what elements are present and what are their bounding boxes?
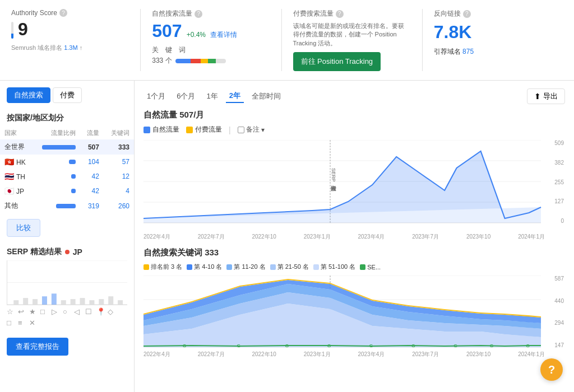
traffic-bar (71, 189, 76, 193)
referring-row: 引荐域名 875 (434, 47, 552, 57)
serp-icon-pin[interactable]: 📍 (96, 307, 105, 316)
svg-text:G: G (237, 343, 241, 348)
organic-detail-link[interactable]: 查看详情 (210, 30, 237, 40)
authority-info-icon[interactable]: ? (59, 9, 67, 17)
serp-country-dot (65, 250, 70, 254)
serp-icon-checkbox[interactable]: ☐ (85, 307, 94, 316)
table-row[interactable]: 🇭🇰HK 104 57 (0, 155, 134, 169)
serp-icon-star-empty[interactable]: ☆ (7, 307, 16, 316)
traffic-bar (56, 204, 76, 208)
serp-icon-back[interactable]: ◁ (74, 307, 83, 316)
21-50-dot (270, 264, 276, 270)
referring-value[interactable]: 875 (462, 48, 474, 55)
serp-icon-close[interactable]: ✕ (29, 319, 38, 328)
kw-legend-21-50[interactable]: 第 21-50 名 (270, 263, 309, 271)
serp-icon-box[interactable]: □ (7, 319, 16, 328)
traffic-chart-title: 自然流量 507/月 (144, 110, 565, 120)
help-button[interactable]: ? (540, 358, 563, 381)
time-2y[interactable]: 2年 (226, 90, 244, 103)
search-tabs: 自然搜索 付费 (0, 87, 134, 109)
traffic-value: 507 (80, 139, 104, 155)
keywords-chart-title: 自然搜索关键词 333 (144, 248, 565, 258)
svg-rect-4 (23, 298, 28, 305)
view-report-btn[interactable]: 查看完整报告 (7, 338, 68, 356)
kw-legend-11-20[interactable]: 第 11-20 名 (226, 263, 265, 271)
col-country: 国家 (0, 127, 33, 139)
svg-rect-6 (42, 296, 47, 305)
legend-paid[interactable]: 付费流量 (186, 125, 222, 134)
kw-legend-4-10[interactable]: 第 4-10 名 (187, 263, 222, 271)
keywords-chart-svg: G G G G G G G G G (144, 276, 565, 348)
kw-legend-top3[interactable]: 排名前 3 名 (144, 263, 182, 271)
kw-legend-se[interactable]: SE... (360, 264, 381, 270)
svg-rect-8 (61, 300, 66, 305)
serp-chart (7, 260, 127, 305)
legend-organic[interactable]: 自然流量 (144, 125, 179, 134)
col-pct: 流量比例 (33, 127, 80, 139)
export-icon: ⬆ (534, 92, 541, 101)
svg-text:G: G (327, 343, 331, 348)
traffic-value: 104 (80, 155, 104, 169)
svg-text:G: G (285, 343, 289, 348)
position-tracking-btn[interactable]: 前往 Position Tracking (293, 52, 381, 71)
table-row[interactable]: 全世界 507 333 (0, 139, 134, 155)
svg-text:G: G (490, 343, 494, 348)
export-btn[interactable]: ⬆ 导出 (527, 88, 565, 104)
paid-info-icon[interactable]: ? (336, 10, 344, 18)
organic-metric: 自然搜索流量 ? 507 +0.4% 查看详情 关 键 词 333 个 (141, 9, 281, 71)
backlink-value: 7.8K (434, 22, 552, 43)
time-1m[interactable]: 1个月 (144, 90, 169, 103)
tab-paid[interactable]: 付费 (53, 87, 82, 103)
serp-icon-diamond[interactable]: ◇ (108, 307, 117, 316)
keywords-legend: 排名前 3 名 第 4-10 名 第 11-20 名 第 21-50 名 第 5… (144, 263, 565, 271)
kw-x-axis: 2022年4月 2022年7月 2022年10 2023年1月 2023年4月 … (144, 351, 565, 358)
serp-icon-menu[interactable]: ≡ (18, 319, 27, 328)
organic-checkbox[interactable] (144, 127, 150, 133)
paid-checkbox[interactable] (186, 127, 193, 133)
time-6m[interactable]: 6个月 (173, 90, 198, 103)
traffic-pct (33, 198, 80, 213)
traffic-x-axis: 2022年4月 2022年7月 2022年10 2023年1月 2023年4月 … (144, 233, 565, 241)
organic-info-icon[interactable]: ? (195, 10, 202, 18)
serp-icon-reply[interactable]: ↩ (18, 307, 27, 316)
se-dot (360, 264, 365, 270)
country-name: 全世界 (0, 139, 33, 155)
serp-icons-row: ☆ ↩ ★ □ ▷ ○ ◁ ☐ 📍 ◇ □ ≡ ✕ (7, 307, 127, 328)
traffic-bar (69, 160, 76, 164)
tab-organic[interactable]: 自然搜索 (7, 87, 50, 103)
traffic-value: 319 (80, 198, 104, 213)
4-10-dot (187, 264, 192, 270)
backlinks-info-icon[interactable]: ? (463, 10, 471, 18)
kw-legend-51-100[interactable]: 第 51-100 名 (313, 263, 355, 271)
table-row[interactable]: 🇹🇭TH 42 12 (0, 169, 134, 184)
svg-rect-9 (71, 299, 76, 305)
time-all[interactable]: 全部时间 (248, 90, 284, 103)
time-1y[interactable]: 1年 (203, 90, 221, 103)
country-name: 🇯🇵JP (0, 184, 33, 198)
51-100-dot (313, 264, 319, 270)
traffic-chart-container: SERP聚合搜索 509 382 255 127 0 (144, 140, 565, 224)
svg-rect-13 (108, 296, 113, 305)
legend-separator: | (229, 125, 231, 134)
kw-y-axis: 587 440 294 147 (545, 276, 565, 348)
table-row[interactable]: 其他 319 260 (0, 198, 134, 213)
table-row[interactable]: 🇯🇵JP 42 4 (0, 184, 134, 198)
serp-title: SERP 精选结果 JP (7, 247, 127, 257)
kw-value: 57 (104, 155, 134, 169)
compare-btn[interactable]: 比较 (7, 219, 40, 237)
traffic-pct (33, 169, 80, 184)
country-name: 其他 (0, 198, 33, 213)
notes-dropdown[interactable]: 备注 ▾ (238, 125, 265, 134)
traffic-pct (33, 184, 80, 198)
serp-icon-star[interactable]: ★ (29, 307, 38, 316)
serp-icon-circle[interactable]: ○ (63, 307, 72, 316)
organic-value: 507 (152, 22, 182, 40)
svg-rect-14 (118, 300, 123, 305)
svg-text:G: G (411, 343, 415, 348)
keyword-row: 关 键 词 (152, 45, 270, 55)
serp-icon-image[interactable]: □ (40, 307, 49, 316)
authority-bar-fill (11, 22, 13, 39)
col-kw: 关键词 (104, 127, 134, 139)
serp-icon-play[interactable]: ▷ (52, 307, 61, 316)
traffic-legend: 自然流量 付费流量 | 备注 ▾ (144, 125, 565, 134)
